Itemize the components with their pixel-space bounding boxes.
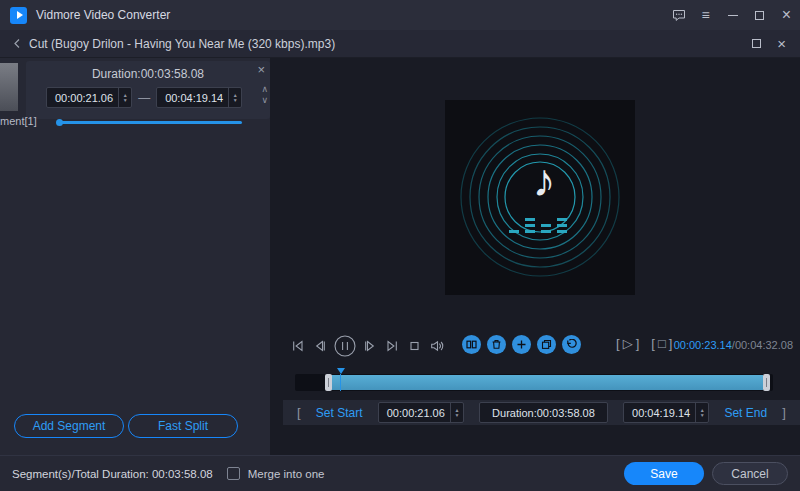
edit-controls (462, 335, 581, 354)
merge-label[interactable]: Merge into one (248, 468, 325, 480)
plus-icon (516, 339, 527, 350)
trim-start-handle[interactable] (325, 374, 332, 391)
segment-panel: Duration:00:03:58.08 × ∧ ∨ 00:00:21.06 ▲… (0, 58, 270, 455)
dialog-controls: × (752, 36, 786, 51)
window-controls: ≡ × (665, 0, 800, 30)
set-end-button[interactable]: Set End (724, 406, 767, 420)
segment-progress-thumb[interactable] (56, 119, 63, 126)
total-time: /00:04:32.08 (732, 339, 793, 351)
timeline-selection (331, 375, 763, 390)
save-button[interactable]: Save (624, 462, 704, 485)
move-up-icon[interactable]: ∧ (261, 84, 268, 95)
time-spinner: ▲ ▼ (118, 88, 131, 107)
segment-end-time-input[interactable]: 00:04:19.14 ▲ ▼ (156, 87, 242, 108)
playback-time: 00:00:23.14/00:04:32.08 (674, 339, 793, 351)
playhead-line (340, 374, 341, 391)
spin-down-icon[interactable]: ▼ (123, 98, 128, 103)
volume-icon (429, 339, 444, 353)
play-segment-button[interactable]: [ ▷ ] (616, 336, 639, 351)
step-forward-icon (363, 339, 378, 353)
playhead-marker[interactable] (337, 368, 345, 374)
delete-button[interactable] (487, 335, 506, 354)
segment-time-range: 00:00:21.06 ▲ ▼ — 00:04:19.14 ▲ ▼ (46, 87, 242, 108)
pause-icon (334, 335, 356, 357)
step-forward-button[interactable] (363, 339, 378, 353)
time-spinner: ▲ ▼ (695, 403, 708, 422)
step-back-button[interactable] (312, 339, 327, 353)
dialog-title: Cut (Bugoy Drilon - Having You Near Me (… (29, 37, 335, 51)
stop-segment-icon: □ (658, 336, 666, 351)
menu-icon[interactable]: ≡ (692, 0, 719, 30)
trim-settings-row: [ Set Start 00:00:21.06 ▲ ▼ Duration:00:… (283, 400, 800, 425)
fast-split-button[interactable]: Fast Split (128, 414, 238, 438)
skip-end-icon (385, 339, 400, 353)
transport-controls (290, 334, 444, 358)
stop-segment-button[interactable]: [ □ ] (651, 336, 672, 351)
range-separator: — (138, 91, 150, 105)
close-button[interactable]: × (773, 0, 800, 30)
trim-start-time-input[interactable]: 00:00:21.06 ▲ ▼ (378, 402, 464, 423)
app-logo-icon (10, 7, 27, 24)
album-art: ♪ (445, 100, 635, 295)
segment-close-icon[interactable]: × (257, 63, 265, 76)
elapsed-time: 00:00:23.14 (674, 339, 732, 351)
play-segment-icon: ▷ (623, 336, 633, 351)
minimize-button[interactable] (719, 0, 746, 30)
open-bracket: [ (297, 405, 301, 420)
merge-checkbox[interactable] (227, 467, 240, 480)
segment-progress-bar[interactable] (58, 121, 242, 124)
volume-button[interactable] (429, 339, 444, 353)
split-icon (466, 339, 477, 350)
close-bracket: ] (782, 405, 786, 420)
segment-playback: [ ▷ ] [ □ ] (616, 336, 672, 351)
segment-reorder-control: ∧ ∨ (261, 84, 268, 107)
split-button[interactable] (462, 335, 481, 354)
dialog-header: Cut (Bugoy Drilon - Having You Near Me (… (0, 30, 800, 58)
segment-thumbnail (0, 63, 18, 111)
feedback-icon[interactable] (665, 0, 692, 30)
vidmore-window: Vidmore Video Converter ≡ × Cut (Bugoy D… (0, 0, 800, 491)
segment-duration-label: Duration:00:03:58.08 (26, 67, 270, 81)
stop-button[interactable] (407, 339, 422, 353)
timeline[interactable] (295, 374, 773, 391)
app-title: Vidmore Video Converter (36, 8, 170, 22)
trim-duration-display: Duration:00:03:58.08 (479, 402, 608, 423)
trash-icon (491, 339, 502, 350)
total-duration-summary: Segment(s)/Total Duration: 00:03:58.08 (12, 468, 213, 480)
preview-area: ♪ (270, 58, 800, 455)
equalizer-icon (509, 218, 567, 233)
set-start-button[interactable]: Set Start (316, 406, 363, 420)
dialog-maximize-button[interactable] (752, 39, 761, 48)
reset-button[interactable] (562, 335, 581, 354)
move-down-icon[interactable]: ∨ (261, 95, 268, 106)
trim-end-handle[interactable] (763, 374, 770, 391)
undo-icon (566, 339, 577, 350)
titlebar: Vidmore Video Converter ≡ × (0, 0, 800, 30)
time-spinner: ▲ ▼ (450, 403, 463, 422)
trim-end-time-input[interactable]: 00:04:19.14 ▲ ▼ (623, 402, 709, 423)
maximize-button[interactable] (746, 0, 773, 30)
segment-start-time-input[interactable]: 00:00:21.06 ▲ ▼ (46, 87, 132, 108)
segment-name-label: ment[1] (0, 115, 37, 127)
step-back-icon (312, 339, 327, 353)
spin-down-icon[interactable]: ▼ (233, 98, 238, 103)
spin-down-icon[interactable]: ▼ (454, 413, 459, 418)
cancel-button[interactable]: Cancel (712, 462, 788, 485)
stop-icon (407, 339, 422, 353)
dialog-close-button[interactable]: × (777, 36, 786, 51)
skip-start-button[interactable] (290, 339, 305, 353)
footer-bar: Segment(s)/Total Duration: 00:03:58.08 M… (0, 455, 800, 491)
back-icon (12, 38, 22, 49)
pause-button[interactable] (334, 335, 356, 357)
music-note-icon: ♪ (533, 154, 556, 206)
time-spinner: ▲ ▼ (228, 88, 241, 107)
spin-down-icon[interactable]: ▼ (700, 413, 705, 418)
copy-icon (541, 339, 552, 350)
skip-start-icon (290, 339, 305, 353)
skip-end-button[interactable] (385, 339, 400, 353)
add-button[interactable] (512, 335, 531, 354)
copy-button[interactable] (537, 335, 556, 354)
add-segment-button[interactable]: Add Segment (14, 414, 124, 438)
segment-item: Duration:00:03:58.08 × ∧ ∨ 00:00:21.06 ▲… (26, 61, 270, 119)
